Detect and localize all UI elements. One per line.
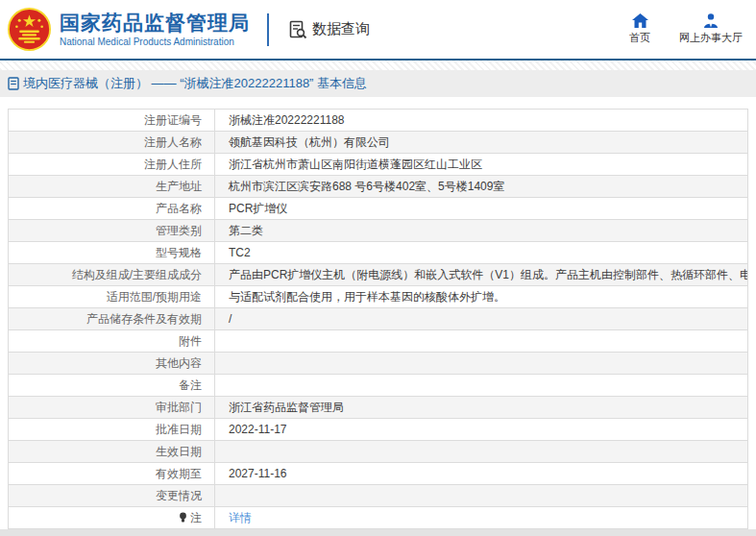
row-label: 注册人名称 <box>9 132 214 153</box>
row-label-text: 附件 <box>179 333 202 350</box>
top-nav: 首页 网上办事大厅 <box>629 13 743 45</box>
row-value: 浙江省杭州市萧山区南阳街道横蓬园区红山工业区 <box>214 154 747 175</box>
row-value-text: 2027-11-16 <box>229 467 287 480</box>
row-value-text: TC2 <box>229 246 251 259</box>
breadcrumb: 境内医疗器械（注册） —— “浙械注准20222221188” 基本信息 <box>0 70 756 97</box>
nav-home-label: 首页 <box>629 31 650 45</box>
row-label: 产品名称 <box>9 198 214 219</box>
table-row: 备注 <box>9 375 747 397</box>
table-row: 结构及组成/主要组成成分产品由PCR扩增仪主机（附电源线）和嵌入式软件（V1）组… <box>9 264 747 286</box>
header-divider <box>267 13 269 46</box>
page: 国家药品监督管理局 National Medical Products Admi… <box>0 0 756 536</box>
row-label-text: 批准日期 <box>156 422 202 438</box>
row-value-text: PCR扩增仪 <box>229 201 287 217</box>
row-label: 产品储存条件及有效期 <box>9 308 214 329</box>
bulb-icon <box>179 512 187 524</box>
table-row: 注册人名称领航基因科技（杭州）有限公司 <box>9 132 747 154</box>
row-label: 注册证编号 <box>9 110 214 131</box>
row-value: 杭州市滨江区滨安路688 号6号楼402室、5号楼1409室 <box>214 176 747 197</box>
row-value-text: 与适配试剂配合使用，用于样本基因的核酸体外扩增。 <box>229 289 505 305</box>
table-row: 变更情况 <box>9 485 747 507</box>
row-value-text: 产品由PCR扩增仪主机（附电源线）和嵌入式软件（V1）组成。产品主机由控制部件、… <box>229 267 747 283</box>
site-header: 国家药品监督管理局 National Medical Products Admi… <box>0 0 756 59</box>
row-label-text: 注 <box>190 510 202 526</box>
row-value-text: 第二类 <box>229 223 263 239</box>
row-label: 审批部门 <box>9 397 214 418</box>
table-row: 产品储存条件及有效期/ <box>9 308 747 330</box>
row-label-text: 产品名称 <box>156 201 202 217</box>
row-value: 与适配试剂配合使用，用于样本基因的核酸体外扩增。 <box>214 286 747 307</box>
row-label-text: 管理类别 <box>156 223 202 239</box>
row-label-text: 结构及组成/主要组成成分 <box>72 267 202 283</box>
nav-service-hall-label: 网上办事大厅 <box>679 31 743 45</box>
row-label: 适用范围/预期用途 <box>9 286 214 307</box>
data-query-label: 数据查询 <box>312 20 370 38</box>
table-row: 生效日期 <box>9 441 747 463</box>
document-search-icon <box>288 20 307 39</box>
row-value: TC2 <box>214 242 747 263</box>
row-value: 领航基因科技（杭州）有限公司 <box>214 132 747 153</box>
row-value <box>214 485 747 506</box>
row-label: 型号规格 <box>9 242 214 263</box>
nmpa-logo[interactable]: 国家药品监督管理局 National Medical Products Admi… <box>8 8 250 51</box>
main-content: 注册证编号浙械注准20222221188注册人名称领航基因科技（杭州）有限公司注… <box>0 97 756 529</box>
row-label: 变更情况 <box>9 485 214 506</box>
footer-strip <box>0 529 756 536</box>
row-value-text: 浙械注准20222221188 <box>229 112 345 129</box>
national-emblem-icon <box>8 8 51 51</box>
row-label: 生效日期 <box>9 441 214 462</box>
row-value: 浙械注准20222221188 <box>214 110 747 131</box>
row-label-text: 变更情况 <box>156 488 202 504</box>
row-label-text: 生产地址 <box>156 179 202 195</box>
table-row: 注册证编号浙械注准20222221188 <box>9 110 747 132</box>
row-value: 产品由PCR扩增仪主机（附电源线）和嵌入式软件（V1）组成。产品主机由控制部件、… <box>214 264 747 285</box>
table-row: 产品名称PCR扩增仪 <box>9 198 747 220</box>
row-value-text: 浙江省药品监督管理局 <box>229 400 344 416</box>
row-label: 注册人住所 <box>9 154 214 175</box>
row-label: 备注 <box>9 375 214 396</box>
table-row: 批准日期2022-11-17 <box>9 419 747 441</box>
row-label-text: 注册人名称 <box>144 134 202 151</box>
table-row: 其他内容 <box>9 353 747 375</box>
row-value: / <box>214 308 747 329</box>
row-label: 附件 <box>9 330 214 352</box>
row-label: 批准日期 <box>9 419 214 440</box>
org-name-en: National Medical Products Administration <box>60 37 250 47</box>
org-name-cn: 国家药品监督管理局 <box>60 12 250 35</box>
row-label: 结构及组成/主要组成成分 <box>9 264 214 285</box>
row-label-text: 备注 <box>179 378 202 394</box>
row-value: 详情 <box>214 507 747 528</box>
breadcrumb-text: 境内医疗器械（注册） —— “浙械注准20222221188” 基本信息 <box>23 75 367 92</box>
registration-info-table: 注册证编号浙械注准20222221188注册人名称领航基因科技（杭州）有限公司注… <box>8 109 748 529</box>
table-row: 生产地址杭州市滨江区滨安路688 号6号楼402室、5号楼1409室 <box>9 176 747 198</box>
row-label-text: 有效期至 <box>156 466 202 482</box>
row-label: 生产地址 <box>9 176 214 197</box>
data-query-nav[interactable]: 数据查询 <box>288 20 370 39</box>
row-value-text: / <box>229 312 232 326</box>
row-value <box>214 375 747 396</box>
row-value: PCR扩增仪 <box>214 198 747 219</box>
row-value-text: 2022-11-17 <box>229 423 287 436</box>
bulb-icon <box>179 512 187 524</box>
row-label-text: 型号规格 <box>156 245 202 261</box>
row-value: 第二类 <box>214 220 747 241</box>
row-label-text: 其他内容 <box>156 355 202 372</box>
person-icon <box>703 13 719 28</box>
row-value-text: 浙江省杭州市萧山区南阳街道横蓬园区红山工业区 <box>229 157 482 173</box>
nav-home[interactable]: 首页 <box>629 13 650 45</box>
nav-service-hall[interactable]: 网上办事大厅 <box>679 13 743 45</box>
hatch-strip <box>0 61 756 70</box>
row-label: 注 <box>9 507 214 528</box>
table-row: 有效期至2027-11-16 <box>9 463 747 485</box>
details-link[interactable]: 详情 <box>229 510 252 526</box>
home-icon <box>632 13 648 28</box>
row-value <box>214 441 747 462</box>
row-value: 浙江省药品监督管理局 <box>214 397 747 418</box>
row-label-text: 产品储存条件及有效期 <box>86 311 202 328</box>
table-row: 管理类别第二类 <box>9 220 747 242</box>
row-label: 管理类别 <box>9 220 214 241</box>
row-value <box>214 330 747 352</box>
row-value <box>214 353 747 374</box>
row-label-text: 适用范围/预期用途 <box>107 289 202 305</box>
table-row: 审批部门浙江省药品监督管理局 <box>9 397 747 419</box>
